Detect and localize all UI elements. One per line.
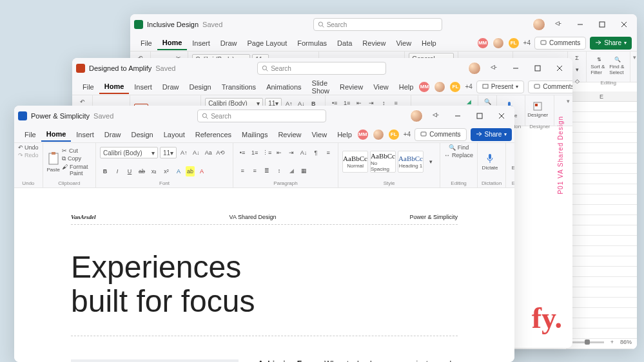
menu-home[interactable]: Home [99, 80, 130, 94]
font-size-combo[interactable]: 11▾ [160, 147, 177, 158]
designer-button[interactable]: Designer [529, 97, 546, 122]
find-button[interactable]: 🔍 Find [449, 144, 469, 151]
menu-review[interactable]: Review [273, 128, 306, 141]
menu-view[interactable]: View [391, 37, 416, 50]
share-button[interactable]: Share▾ [471, 128, 512, 141]
close-button[interactable] [615, 15, 633, 33]
menu-transitions[interactable]: Transitions [217, 81, 261, 93]
subscript-button[interactable]: x₂ [149, 166, 159, 176]
collab-avatar-2[interactable] [373, 129, 384, 140]
search-input[interactable]: Search [197, 110, 326, 122]
collab-more[interactable]: +4 [465, 83, 472, 90]
minimize-button[interactable] [507, 59, 525, 77]
change-case-button[interactable]: Aa [203, 148, 213, 158]
menu-pagelayout[interactable]: Page Layout [242, 37, 292, 50]
find-select-button[interactable]: 🔍Find & Select [609, 53, 626, 79]
increase-font-button[interactable]: A↑ [179, 148, 189, 158]
zoom-in-button[interactable]: + [610, 339, 614, 345]
sort-button[interactable]: A↓ [298, 148, 309, 158]
user-avatar[interactable] [410, 110, 423, 122]
share-button[interactable]: Share▾ [590, 37, 632, 50]
menu-file[interactable]: File [19, 128, 41, 141]
spreadsheet-grid[interactable]: E [566, 91, 637, 349]
menu-home[interactable]: Home [41, 128, 72, 142]
format-painter-button[interactable]: 🖌 Format Paint [62, 164, 92, 176]
present-button[interactable]: Present▾ [476, 81, 524, 93]
menu-review[interactable]: Review [357, 37, 391, 50]
menu-mailings[interactable]: Mailings [237, 128, 273, 141]
menu-insert[interactable]: Insert [129, 81, 157, 93]
line-spacing-button[interactable]: ↕ [274, 166, 284, 176]
collab-avatar-1[interactable]: MM [357, 129, 369, 140]
indent-inc-button[interactable]: ⇥ [286, 148, 297, 158]
menu-formulas[interactable]: Formulas [292, 37, 332, 50]
copy-button[interactable]: ⧉ Copy [62, 155, 92, 162]
minimize-button[interactable] [571, 15, 589, 33]
minimize-button[interactable] [449, 107, 467, 125]
menu-file[interactable]: File [135, 37, 157, 50]
styles-more-button[interactable]: ▾ [425, 157, 436, 167]
menu-design[interactable]: Design [184, 81, 216, 93]
clear-format-button[interactable]: A⟲ [215, 148, 226, 158]
autosum-button[interactable]: Σ [572, 53, 582, 63]
collab-avatar-3[interactable]: FL [508, 37, 520, 49]
undo-button[interactable]: ↶ Undo [18, 144, 39, 151]
menu-review[interactable]: Review [335, 81, 368, 93]
sort-filter-button[interactable]: ⇅Sort & Filter [590, 53, 607, 79]
collab-avatar-3[interactable]: FL [449, 81, 461, 93]
menu-draw[interactable]: Draw [215, 37, 242, 50]
menu-draw[interactable]: Draw [157, 81, 184, 93]
collab-avatar-1[interactable]: MM [477, 37, 489, 49]
italic-button[interactable]: I [112, 166, 122, 176]
close-button[interactable] [551, 59, 569, 77]
comments-button[interactable]: Comments [415, 128, 466, 141]
style-nospacing[interactable]: AaBbCcNo Spacing [370, 151, 396, 173]
font-family-combo[interactable]: Calibri (Body)▾ [100, 147, 158, 158]
underline-button[interactable]: U [124, 166, 135, 176]
strike-button[interactable]: ab [137, 166, 147, 176]
collab-avatar-2[interactable] [493, 37, 504, 49]
shading-button[interactable]: ◢ [286, 166, 297, 176]
maximize-button[interactable] [593, 15, 611, 33]
user-avatar[interactable] [532, 18, 545, 31]
ribbon-collapse-button[interactable]: ▾ [630, 52, 637, 82]
fill-button[interactable]: ▾ [572, 64, 582, 75]
bold-button[interactable]: B [100, 166, 110, 176]
collab-more[interactable]: +4 [404, 131, 411, 138]
clear-button[interactable]: ◇ [572, 76, 582, 86]
justify-button[interactable]: ≣ [262, 166, 272, 176]
collab-avatar-3[interactable]: FL [388, 129, 400, 140]
menu-layout[interactable]: Layout [159, 128, 190, 141]
user-avatar[interactable] [468, 62, 481, 75]
borders-button[interactable]: ▦ [298, 166, 309, 176]
maximize-button[interactable] [471, 107, 489, 125]
menu-insert[interactable]: Insert [71, 128, 99, 141]
comments-button[interactable]: Comments [528, 81, 572, 93]
bullets-button[interactable]: •≡ [237, 148, 248, 158]
style-normal[interactable]: AaBbCcNormal [342, 151, 368, 173]
menu-help[interactable]: Help [394, 81, 419, 93]
search-input[interactable]: Search [313, 18, 442, 31]
column-header[interactable]: E [566, 91, 637, 102]
search-input[interactable]: Search [257, 62, 386, 75]
ribbon-collapse-button[interactable]: ▾ [564, 95, 572, 126]
menu-view[interactable]: View [306, 128, 332, 141]
superscript-button[interactable]: x² [161, 166, 171, 176]
menu-insert[interactable]: Insert [187, 37, 215, 50]
coming-soon-icon[interactable] [485, 59, 503, 77]
multilevel-button[interactable]: ⋮≡ [262, 148, 272, 158]
align-center-button[interactable]: ≡ [237, 166, 248, 176]
coming-soon-icon[interactable] [549, 15, 567, 33]
menu-view[interactable]: View [368, 81, 394, 93]
zoom-slider[interactable] [572, 341, 604, 343]
menu-help[interactable]: Help [416, 37, 442, 50]
align-right-button[interactable]: ≡ [249, 166, 260, 176]
menu-home[interactable]: Home [157, 36, 188, 50]
collab-avatar-2[interactable] [434, 81, 445, 93]
indent-dec-button[interactable]: ⇤ [274, 148, 284, 158]
menu-references[interactable]: References [190, 128, 237, 141]
paste-button[interactable]: Paste [47, 149, 60, 175]
dictate-button[interactable]: Dictate [482, 149, 498, 175]
cut-button[interactable]: ✂ Cut [62, 148, 92, 154]
menu-slideshow[interactable]: Slide Show [307, 77, 335, 97]
